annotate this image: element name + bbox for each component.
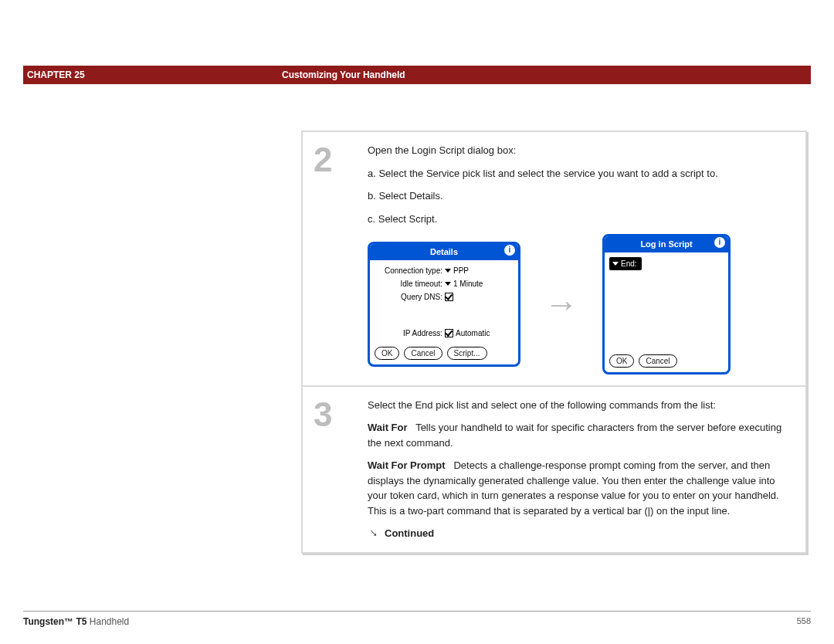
chevron-down-icon [612,262,619,266]
chevron-down-icon[interactable] [445,269,451,273]
conn-type-label: Connection type: [375,265,445,276]
info-icon[interactable]: i [714,237,725,248]
step2-intro: Open the Login Script dialog box: [368,143,788,158]
end-pick-label: End: [621,259,637,268]
idle-timeout-label: Idle timeout: [375,278,445,290]
wait-for-text: Tells your handheld to wait for specific… [368,422,781,449]
conn-type-value[interactable]: PPP [453,265,469,276]
chapter-label: CHAPTER 25 [23,69,282,80]
cancel-button[interactable]: Cancel [639,354,676,368]
wait-for-prompt-cmd: Wait For Prompt Detects a challenge-resp… [368,458,788,518]
info-icon[interactable]: i [504,245,515,256]
step2-b: b. Select Details. [368,188,788,204]
step3-intro: Select the End pick list and select one … [368,398,788,413]
product-bold: Tungsten™ T5 [23,616,86,627]
details-dialog: Details i Connection type: PPP [368,242,520,367]
details-title: Details i [370,244,518,260]
continued-text: Continued [385,527,434,539]
step-number: 3 [314,398,368,541]
ok-button[interactable]: OK [375,347,399,360]
section-title: Customizing Your Handheld [282,69,405,80]
page-number: 558 [797,616,811,627]
query-dns-checkbox[interactable] [445,293,453,301]
details-title-text: Details [430,247,458,256]
query-dns-label: Query DNS: [375,291,445,303]
product-name: Tungsten™ T5 Handheld [23,616,129,627]
ok-button[interactable]: OK [609,354,634,368]
chevron-down-icon[interactable] [445,282,451,286]
step2-c: c. Select Script. [368,212,788,227]
login-script-dialog: Log in Script i End: OK Cancel [602,234,731,375]
idle-timeout-value[interactable]: 1 Minute [453,278,483,290]
ip-auto-checkbox[interactable] [445,329,453,337]
step-number: 2 [314,143,368,375]
step-3: 3 Select the End pick list and select on… [303,387,805,552]
step-2: 2 Open the Login Script dialog box: a. S… [303,132,805,387]
ip-address-label: IP Address: [375,327,445,339]
continued-indicator: →Continued [368,526,788,541]
chapter-bar: CHAPTER 25 Customizing Your Handheld [23,66,811,84]
script-button[interactable]: Script... [447,347,487,360]
login-title: Log in Script i [605,236,728,253]
wfp-key: Wait For Prompt [368,459,446,471]
ip-address-value: Automatic [456,327,490,339]
product-rest: Handheld [90,616,129,627]
end-picklist[interactable]: End: [609,257,642,270]
cancel-button[interactable]: Cancel [404,347,442,360]
steps-panel: 2 Open the Login Script dialog box: a. S… [301,130,807,554]
continued-arrow-icon: → [365,524,383,542]
login-title-text: Log in Script [640,239,692,249]
arrow-right-icon: → [542,287,581,321]
page-footer: Tungsten™ T5 Handheld 558 [23,611,811,627]
wait-for-cmd: Wait For Tells your handheld to wait for… [368,420,788,450]
step2-a: a. Select the Service pick list and sele… [368,166,788,181]
wait-for-key: Wait For [368,422,408,433]
